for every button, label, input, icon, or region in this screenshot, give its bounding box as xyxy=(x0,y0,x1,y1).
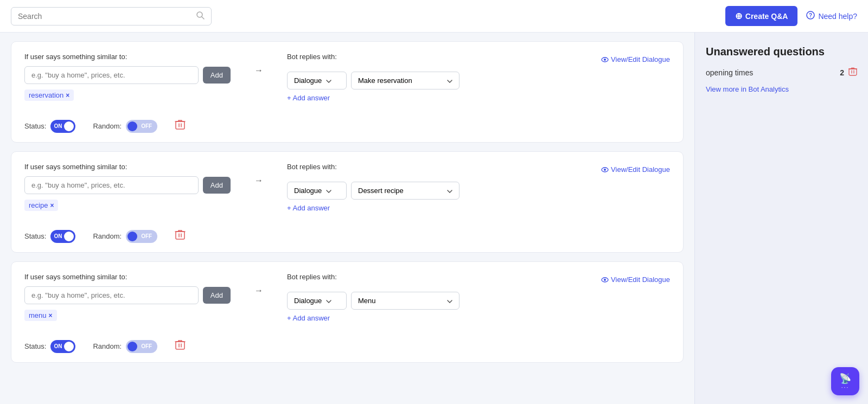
tag-label: reservation xyxy=(29,91,63,99)
rule-card-1: If user says something similar to: Add r… xyxy=(11,41,684,143)
svg-text:?: ? xyxy=(809,12,812,18)
left-label-2: If user says something similar to: xyxy=(24,163,231,171)
view-edit-link-1[interactable]: View/Edit Dialogue xyxy=(601,55,670,63)
trash-icon-3 xyxy=(175,339,186,351)
input-row-1: Add xyxy=(24,66,231,84)
dialogue-value-label-1: Make reservation xyxy=(358,76,412,85)
dialogue-type-label-3: Dialogue xyxy=(294,297,322,305)
view-edit-link-2[interactable]: View/Edit Dialogue xyxy=(601,165,670,174)
right-label-3: Bot replies with: xyxy=(287,273,337,281)
arrow-right-icon-3: → xyxy=(254,286,263,296)
add-answer-link-3[interactable]: + Add answer xyxy=(287,314,330,322)
dialogue-type-label-2: Dialogue xyxy=(294,187,322,195)
unanswered-label-1: opening times xyxy=(706,68,753,77)
arrow-3: → xyxy=(252,273,265,296)
view-analytics-link[interactable]: View more in Bot Analytics xyxy=(706,85,857,93)
create-qa-label: Create Q&A xyxy=(745,12,788,21)
svg-rect-9 xyxy=(176,232,184,239)
search-icon xyxy=(196,11,205,22)
chevron-down-icon-1 xyxy=(326,76,331,85)
reply-selects-1: Dialogue Make reservation xyxy=(287,72,670,89)
right-label-2: Bot replies with: xyxy=(287,163,337,171)
chevron-down-icon-3b xyxy=(447,297,452,305)
random-label-1: Random: xyxy=(93,122,122,130)
search-input[interactable] xyxy=(18,12,193,21)
random-label-3: Random: xyxy=(93,342,122,350)
right-label-1: Bot replies with: xyxy=(287,53,337,61)
dialogue-type-select-1[interactable]: Dialogue xyxy=(287,72,347,89)
status-row-3: Status: ON xyxy=(24,340,75,353)
card-bottom-2: Status: ON Random: OFF xyxy=(24,222,670,243)
need-help-label: Need help? xyxy=(818,12,857,21)
delete-button-1[interactable] xyxy=(175,119,186,133)
delete-button-2[interactable] xyxy=(175,229,186,243)
phrase-input-2[interactable] xyxy=(24,176,199,194)
dialogue-type-select-3[interactable]: Dialogue xyxy=(287,292,347,310)
random-row-3: Random: OFF xyxy=(93,340,157,353)
toggle-knob-1 xyxy=(64,121,74,131)
tags-row-2: recipe × xyxy=(24,200,231,211)
tag-close-icon-2[interactable]: × xyxy=(50,202,54,209)
chevron-down-icon-2 xyxy=(326,187,331,195)
arrow-right-icon-2: → xyxy=(254,176,263,185)
reply-selects-2: Dialogue Dessert recipe xyxy=(287,182,670,200)
add-button-2[interactable]: Add xyxy=(203,177,231,194)
add-button-1[interactable]: Add xyxy=(203,67,231,84)
rule-card-3: If user says something similar to: Add m… xyxy=(11,261,684,363)
chat-widget-dots: ··· xyxy=(841,384,849,390)
top-right-actions: ⊕ Create Q&A ? Need help? xyxy=(725,6,857,26)
toggle-knob-3 xyxy=(64,342,74,351)
svg-rect-13 xyxy=(849,69,857,75)
status-toggle-2[interactable]: ON xyxy=(50,230,75,243)
panel-title: Unanswered questions xyxy=(706,46,857,58)
random-knob-2 xyxy=(127,232,137,241)
random-toggle-1[interactable]: OFF xyxy=(126,120,157,133)
right-panel: Unanswered questions opening times 2 Vie… xyxy=(694,33,868,404)
trash-icon-1 xyxy=(175,119,186,131)
unanswered-delete-1[interactable] xyxy=(848,67,857,79)
dialogue-value-select-1[interactable]: Make reservation xyxy=(351,72,459,89)
svg-rect-6 xyxy=(176,121,184,129)
add-button-3[interactable]: Add xyxy=(203,287,231,304)
tags-row-1: reservation × xyxy=(24,89,231,101)
add-answer-link-1[interactable]: + Add answer xyxy=(287,94,330,102)
arrow-2: → xyxy=(252,163,265,185)
phrase-input-3[interactable] xyxy=(24,286,199,304)
chat-widget[interactable]: 📡 ··· xyxy=(831,367,859,395)
view-edit-label-1: View/Edit Dialogue xyxy=(611,55,670,63)
dialogue-value-select-2[interactable]: Dessert recipe xyxy=(351,182,459,200)
phrase-input-1[interactable] xyxy=(24,66,199,84)
need-help-link[interactable]: ? Need help? xyxy=(806,11,857,21)
random-label-2: Random: xyxy=(93,232,122,240)
svg-point-11 xyxy=(604,279,606,281)
add-answer-link-2[interactable]: + Add answer xyxy=(287,204,330,212)
toggle-knob-2 xyxy=(64,232,74,241)
dialogue-value-label-2: Dessert recipe xyxy=(358,187,404,195)
bot-reply-header-2: Bot replies with: View/Edit Dialogue xyxy=(287,163,670,176)
plus-circle-icon: ⊕ xyxy=(735,11,742,21)
dialogue-value-select-3[interactable]: Menu xyxy=(351,292,459,310)
right-section-2: Bot replies with: View/Edit Dialogue Dia… xyxy=(287,163,670,213)
status-toggle-3[interactable]: ON xyxy=(50,340,75,353)
search-container xyxy=(11,7,212,25)
tag-recipe: recipe × xyxy=(24,200,58,211)
main-layout: If user says something similar to: Add r… xyxy=(0,33,868,404)
view-edit-label-2: View/Edit Dialogue xyxy=(611,165,670,174)
unanswered-count-1: 2 xyxy=(840,68,844,77)
tag-menu: menu × xyxy=(24,310,57,321)
card-bottom-1: Status: ON Random: OFF xyxy=(24,112,670,133)
tag-close-icon-3[interactable]: × xyxy=(49,312,53,319)
left-section-3: If user says something similar to: Add m… xyxy=(24,273,231,321)
unanswered-right-1: 2 xyxy=(840,67,857,79)
random-toggle-2[interactable]: OFF xyxy=(126,230,157,243)
status-toggle-1[interactable]: ON xyxy=(50,120,75,133)
create-qa-button[interactable]: ⊕ Create Q&A xyxy=(725,6,798,26)
bot-reply-header-1: Bot replies with: View/Edit Dialogue xyxy=(287,53,670,66)
view-edit-link-3[interactable]: View/Edit Dialogue xyxy=(601,275,670,284)
toggle-on-label-2: ON xyxy=(54,233,62,239)
random-toggle-3[interactable]: OFF xyxy=(126,340,157,353)
delete-button-3[interactable] xyxy=(175,339,186,354)
right-section-3: Bot replies with: View/Edit Dialogue Dia… xyxy=(287,273,670,323)
dialogue-type-select-2[interactable]: Dialogue xyxy=(287,182,347,200)
tag-close-icon[interactable]: × xyxy=(66,92,69,99)
